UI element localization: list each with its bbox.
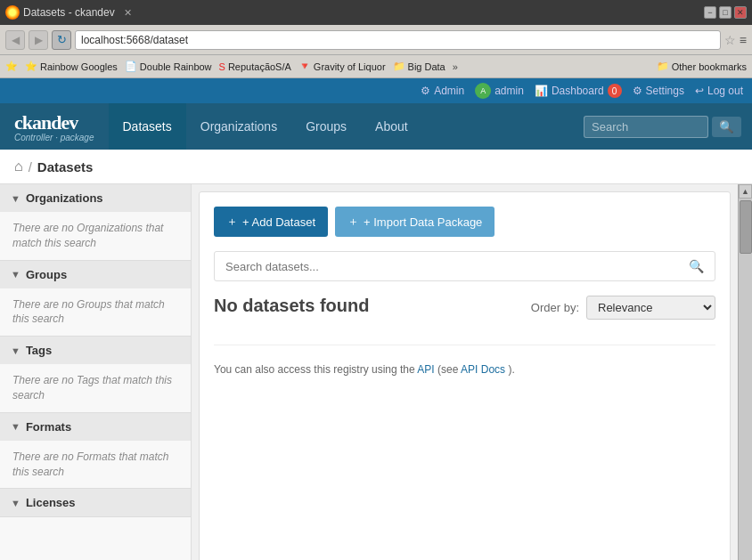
brand-name: ckandev — [14, 111, 94, 134]
sidebar-licenses-header[interactable]: ▼ Licenses — [0, 489, 191, 516]
settings-link[interactable]: ⚙ Settings — [633, 85, 684, 97]
sidebar-section-organizations: ▼ Organizations There are no Organizatio… — [0, 184, 191, 261]
browser-menu-button[interactable]: ≡ — [740, 33, 747, 47]
sidebar-groups-header[interactable]: ▼ Groups — [0, 261, 191, 288]
bookmark-item-2[interactable]: S ReputaçãoS/A — [219, 61, 291, 72]
bookmark-icon-0: ⭐ — [25, 61, 37, 72]
tab-title: Datasets - ckandev — [23, 6, 115, 19]
breadcrumb-home[interactable]: ⌂ — [14, 158, 23, 174]
filter-icon-licenses: ▼ — [11, 498, 20, 508]
import-icon: ＋ — [347, 214, 359, 230]
sidebar-formats-empty: There are no Formats that match this sea… — [0, 441, 191, 489]
logout-icon: ↩ — [695, 85, 704, 97]
sidebar-organizations-empty: There are no Organizations that match th… — [0, 212, 191, 260]
url-text: localhost:5668/dataset — [81, 34, 188, 46]
bookmark-icon-3: 🔻 — [298, 61, 311, 72]
bookmark-item-0[interactable]: ⭐ Rainbow Googles — [25, 61, 118, 72]
filter-icon-tags: ▼ — [11, 345, 20, 356]
bookmark-star[interactable]: ☆ — [724, 33, 736, 47]
refresh-button[interactable]: ↻ — [52, 30, 71, 50]
browser-icon — [5, 5, 20, 20]
bookmark-icon-1: 📄 — [125, 61, 137, 72]
close-button[interactable]: ✕ — [734, 6, 747, 19]
api-docs-link[interactable]: API Docs — [461, 363, 505, 376]
order-by-container: Order by: Relevance Name Ascending Name … — [531, 296, 715, 320]
add-dataset-button[interactable]: ＋ + Add Dataset — [214, 207, 328, 237]
search-datasets-icon: 🔍 — [689, 259, 704, 273]
bookmark-item-3[interactable]: 🔻 Gravity of Liquor — [298, 61, 386, 72]
search-datasets-container: 🔍 — [214, 251, 715, 281]
forward-button[interactable]: ▶ — [29, 30, 48, 50]
dashboard-badge: 0 — [608, 84, 622, 98]
nav-about[interactable]: About — [361, 103, 422, 150]
nav-groups[interactable]: Groups — [291, 103, 361, 150]
dashboard-icon: 📊 — [535, 85, 548, 97]
minimize-button[interactable]: − — [704, 6, 716, 19]
back-button[interactable]: ◀ — [5, 30, 25, 50]
sidebar-section-formats: ▼ Formats There are no Formats that matc… — [0, 413, 191, 490]
filter-icon-organizations: ▼ — [11, 193, 20, 204]
scroll-thumb[interactable] — [740, 200, 752, 254]
api-info: You can also access this registry using … — [214, 363, 715, 376]
admin-icon: ⚙ — [421, 85, 430, 97]
settings-icon: ⚙ — [633, 85, 642, 97]
bookmark-icon-4: 📁 — [393, 61, 405, 72]
sidebar-tags-header[interactable]: ▼ Tags — [0, 337, 191, 364]
no-datasets-message: No datasets found — [214, 296, 369, 316]
bookmark-item-4[interactable]: 📁 Big Data — [393, 61, 445, 72]
search-button[interactable]: 🔍 — [712, 117, 741, 137]
add-dataset-icon: ＋ — [226, 214, 238, 230]
search-input[interactable] — [584, 116, 708, 138]
tab-close[interactable]: ✕ — [124, 7, 132, 19]
other-bookmarks[interactable]: 📁 Other bookmarks — [657, 61, 747, 72]
sidebar-groups-empty: There are no Groups that match this sear… — [0, 288, 191, 337]
sidebar-formats-header[interactable]: ▼ Formats — [0, 413, 191, 441]
bookmark-item-1[interactable]: 📄 Double Rainbow — [125, 61, 212, 72]
filter-icon-groups: ▼ — [11, 269, 20, 280]
content-divider — [214, 345, 715, 345]
sidebar-section-tags: ▼ Tags There are no Tags that match this… — [0, 337, 191, 413]
brand-logo[interactable]: ckandev Controller · package — [0, 111, 109, 142]
import-data-button[interactable]: ＋ + Import Data Package — [335, 207, 495, 237]
bookmark-icon-2: S — [219, 61, 225, 72]
admin-link[interactable]: ⚙ Admin — [421, 85, 464, 97]
search-datasets-input[interactable] — [225, 260, 689, 273]
user-link[interactable]: A admin — [475, 83, 524, 99]
sidebar-section-groups: ▼ Groups There are no Groups that match … — [0, 261, 191, 337]
scroll-up[interactable]: ▲ — [739, 184, 752, 199]
order-by-select[interactable]: Relevance Name Ascending Name Descending… — [586, 296, 715, 320]
brand-subtitle: Controller · package — [14, 133, 94, 142]
maximize-button[interactable]: □ — [719, 6, 732, 19]
more-bookmarks[interactable]: » — [453, 61, 458, 72]
address-bar[interactable]: localhost:5668/dataset — [75, 30, 721, 50]
nav-datasets[interactable]: Datasets — [109, 103, 186, 150]
nav-organizations[interactable]: Organizations — [186, 103, 291, 150]
dashboard-link[interactable]: 📊 Dashboard 0 — [535, 84, 622, 98]
sidebar-section-licenses: ▼ Licenses — [0, 489, 191, 517]
logout-link[interactable]: ↩ Log out — [695, 85, 743, 97]
other-bookmarks-icon: 📁 — [657, 61, 669, 72]
bookmarks-label: ⭐ — [5, 61, 18, 72]
sidebar-organizations-header[interactable]: ▼ Organizations — [0, 184, 191, 212]
avatar: A — [475, 83, 491, 99]
scrollbar: ▲ ▼ — [738, 184, 752, 560]
page-title: Datasets — [37, 159, 94, 174]
breadcrumb-separator: / — [29, 159, 32, 174]
api-link[interactable]: API — [417, 363, 434, 376]
filter-icon-formats: ▼ — [11, 421, 20, 432]
sidebar-tags-empty: There are no Tags that match this search — [0, 364, 191, 412]
order-by-label: Order by: — [531, 301, 579, 314]
